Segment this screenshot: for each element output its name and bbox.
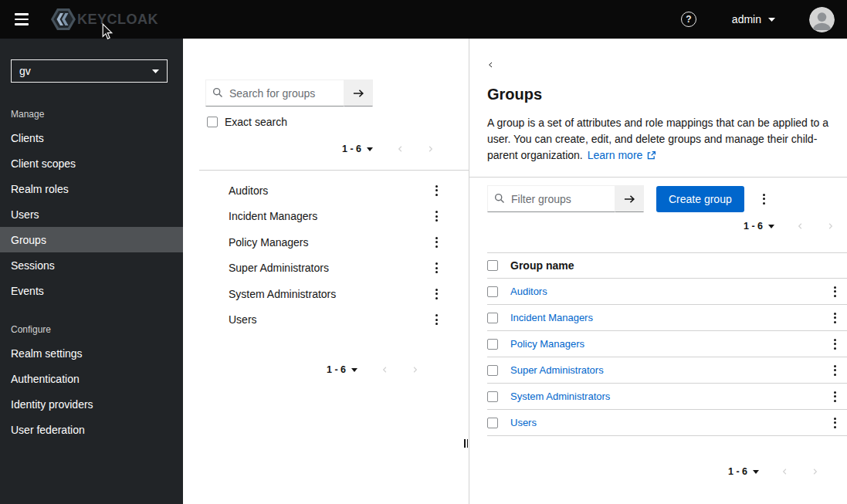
kebab-menu-icon[interactable]: [830, 414, 840, 431]
tree-group-label[interactable]: Users: [229, 313, 257, 326]
filter-submit-button[interactable]: [615, 185, 644, 212]
tree-group-item[interactable]: Super Administrators: [183, 255, 469, 282]
column-header-group-name: Group name: [510, 259, 574, 272]
help-icon[interactable]: ?: [681, 12, 696, 27]
table-row: Super Administrators: [487, 357, 847, 384]
divider: [199, 170, 469, 171]
group-link[interactable]: Super Administrators: [510, 364, 604, 376]
chevron-down-icon: [768, 18, 775, 22]
group-search-input[interactable]: [205, 79, 344, 107]
pagination-next-button[interactable]: [811, 467, 819, 476]
sidebar-item-groups[interactable]: Groups: [0, 227, 183, 252]
pagination-range: 1 - 6: [744, 221, 763, 232]
user-menu[interactable]: admin: [732, 13, 775, 25]
sidebar-item-identity-providers[interactable]: Identity providers: [0, 391, 183, 417]
group-link[interactable]: Policy Managers: [510, 338, 584, 350]
chevron-left-icon: [396, 144, 405, 154]
exact-search-checkbox[interactable]: [207, 117, 218, 127]
sidebar-item-realm-roles[interactable]: Realm roles: [0, 176, 183, 201]
tree-group-label[interactable]: Policy Managers: [229, 236, 309, 249]
kebab-menu-icon[interactable]: [830, 388, 840, 405]
chevron-right-icon: [826, 222, 835, 231]
kebab-menu-icon[interactable]: [830, 362, 840, 379]
sidebar-item-sessions[interactable]: Sessions: [0, 252, 183, 278]
sidebar-item-users[interactable]: Users: [0, 201, 183, 227]
tree-pagination-bottom: 1 - 6: [183, 362, 469, 377]
table-row: Policy Managers: [487, 331, 847, 357]
kebab-menu-icon[interactable]: [830, 310, 840, 326]
row-checkbox[interactable]: [487, 391, 498, 402]
kebab-menu-icon[interactable]: [830, 283, 840, 300]
pagination-prev-button[interactable]: [396, 144, 405, 154]
help-glyph: ?: [686, 14, 691, 25]
nav-toggle-button[interactable]: [12, 10, 32, 29]
pagination-next-button[interactable]: [426, 144, 435, 154]
row-checkbox[interactable]: [487, 365, 498, 376]
pagination-prev-button[interactable]: [796, 222, 805, 231]
learn-more-link[interactable]: Learn more: [588, 147, 657, 164]
search-submit-button[interactable]: [344, 79, 373, 107]
chevron-down-icon: [152, 69, 159, 73]
tree-group-label[interactable]: Incident Managers: [229, 210, 317, 222]
kebab-menu-icon[interactable]: [432, 259, 442, 276]
pagination-prev-button[interactable]: [781, 467, 789, 476]
chevron-left-icon: [796, 222, 805, 231]
kebab-menu-icon[interactable]: [830, 336, 840, 353]
kebab-menu-icon[interactable]: [432, 234, 442, 251]
kebab-menu-icon[interactable]: [432, 286, 442, 303]
chevron-left-icon: [487, 60, 494, 69]
kebab-menu-icon[interactable]: [432, 208, 442, 225]
main-panel: Groups A group is a set of attributes an…: [469, 39, 847, 504]
tree-group-item[interactable]: Users: [183, 307, 469, 333]
tree-group-item[interactable]: Auditors: [183, 178, 469, 204]
table-header-row: Group name: [487, 252, 847, 279]
create-group-button[interactable]: Create group: [656, 186, 744, 212]
topbar-actions: ? admin: [681, 7, 847, 32]
tree-group-label[interactable]: Auditors: [229, 184, 268, 197]
group-link[interactable]: Auditors: [510, 286, 547, 297]
filter-groups-input[interactable]: [487, 185, 615, 212]
username-label: admin: [732, 13, 761, 25]
topbar: KEYCLOAK ? admin: [0, 0, 847, 39]
select-all-checkbox[interactable]: [487, 260, 498, 271]
nav-section-configure: Configure: [11, 324, 172, 335]
row-checkbox[interactable]: [487, 339, 498, 350]
pagination-menu-toggle[interactable]: 1 - 6: [342, 144, 373, 154]
sidebar-item-clients[interactable]: Clients: [0, 125, 183, 151]
group-link[interactable]: Incident Managers: [510, 312, 593, 323]
caret-down-icon: [351, 368, 357, 372]
search-icon: [212, 87, 223, 101]
sidebar-item-authentication[interactable]: Authentication: [0, 366, 183, 391]
sidebar-item-events[interactable]: Events: [0, 278, 183, 303]
tree-group-item[interactable]: System Administrators: [183, 281, 469, 307]
pagination-menu-toggle[interactable]: 1 - 6: [728, 466, 759, 477]
tree-group-item[interactable]: Policy Managers: [183, 229, 469, 255]
pagination-prev-button[interactable]: [381, 365, 389, 374]
sidebar-item-user-federation[interactable]: User federation: [0, 417, 183, 442]
kebab-menu-icon[interactable]: [432, 311, 442, 328]
pagination-menu-toggle[interactable]: 1 - 6: [744, 221, 774, 232]
row-checkbox[interactable]: [487, 418, 498, 428]
table-pagination-top: 1 - 6: [487, 218, 847, 234]
realm-selector[interactable]: gv: [11, 59, 168, 83]
sidebar-item-realm-settings[interactable]: Realm settings: [0, 340, 183, 366]
row-checkbox[interactable]: [487, 286, 498, 297]
chevron-left-icon: [781, 467, 789, 476]
pagination-next-button[interactable]: [411, 365, 419, 374]
row-checkbox[interactable]: [487, 313, 498, 323]
tree-group-label[interactable]: Super Administrators: [229, 262, 329, 274]
tree-group-item[interactable]: Incident Managers: [183, 204, 469, 230]
collapse-panel-button[interactable]: [487, 60, 494, 69]
pagination-next-button[interactable]: [826, 222, 835, 231]
panel-resize-handle[interactable]: [464, 439, 468, 448]
group-link[interactable]: System Administrators: [510, 391, 610, 402]
kebab-menu-icon[interactable]: [432, 182, 442, 199]
pagination-menu-toggle[interactable]: 1 - 6: [327, 364, 357, 375]
group-link[interactable]: Users: [510, 417, 537, 428]
tree-group-label[interactable]: System Administrators: [229, 288, 336, 300]
keycloak-logo[interactable]: KEYCLOAK: [50, 6, 158, 32]
sidebar-item-client-scopes[interactable]: Client scopes: [0, 151, 183, 176]
toolbar-kebab-menu-icon[interactable]: [759, 191, 769, 208]
caret-down-icon: [768, 225, 774, 228]
avatar[interactable]: [809, 7, 835, 32]
